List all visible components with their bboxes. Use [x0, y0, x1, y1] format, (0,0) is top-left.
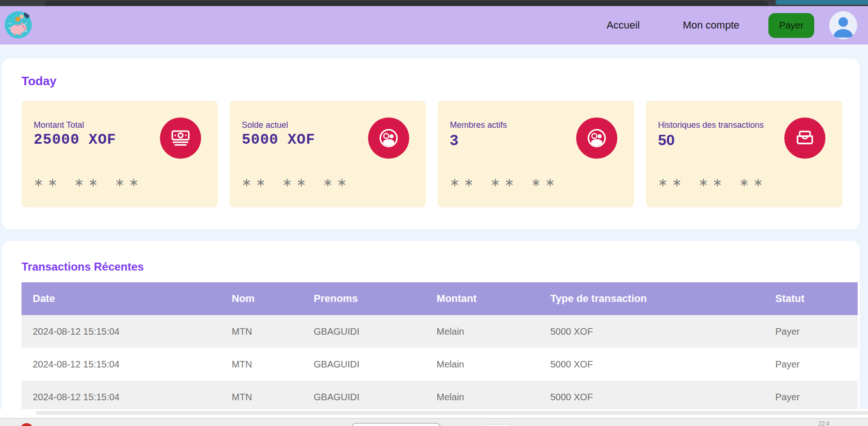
app-screen: Accueil Mon compte Payer Today Montant T…: [0, 0, 868, 426]
person-icon: [829, 11, 857, 39]
money-icon: [160, 118, 201, 159]
user-avatar[interactable]: [829, 11, 857, 39]
column-header-date: Date: [22, 282, 221, 315]
cell-montant: Melain: [426, 315, 539, 348]
nav-link-accueil[interactable]: Accueil: [607, 19, 640, 31]
taskbar-widget[interactable]: [485, 424, 510, 426]
column-header-statut: Statut: [764, 282, 858, 315]
browser-chrome-bar: [0, 0, 868, 6]
cell-date: 2024-08-12 15:15:04: [22, 381, 221, 413]
card-label: Historiques des transactions: [658, 120, 764, 130]
cell-montant: Melain: [426, 381, 539, 413]
transactions-heading: Transactions Récentes: [22, 260, 144, 273]
cell-type: 5000 XOF: [539, 381, 764, 413]
cell-prenoms: GBAGUIDI: [303, 381, 426, 413]
payer-button[interactable]: Payer: [768, 13, 814, 38]
today-heading: Today: [22, 74, 57, 88]
cell-montant: Melain: [426, 348, 539, 381]
cell-prenoms: GBAGUIDI: [303, 348, 426, 381]
browser-tab[interactable]: [44, 1, 768, 6]
cell-type: 5000 XOF: [539, 348, 764, 381]
column-header-type: Type de transaction: [539, 282, 764, 315]
card-value: 50: [658, 132, 675, 149]
card-label: Solde actuel: [242, 120, 288, 130]
masked-digits: ∗∗ ∗∗ ∗∗: [658, 176, 767, 189]
card-membres-actifs: Membres actifs 3 ∗∗ ∗∗ ∗∗: [438, 101, 634, 207]
column-header-prenoms: Prenoms: [303, 282, 426, 315]
cell-nom: MTN: [221, 315, 303, 348]
cell-date: 2024-08-12 15:15:04: [22, 348, 221, 381]
column-header-montant: Montant: [426, 282, 539, 315]
card-solde-actuel: Solde actuel 5000 XOF ∗∗ ∗∗ ∗∗: [230, 101, 426, 207]
card-value: 25000 XOF: [34, 132, 116, 148]
today-panel: Today Montant Total 25000 XOF ∗∗ ∗∗ ∗∗: [2, 59, 860, 229]
card-label: Membres actifs: [450, 120, 507, 130]
card-historiques-transactions: Historiques des transactions 50 ∗∗ ∗∗ ∗∗: [646, 101, 842, 207]
app-header: Accueil Mon compte Payer: [0, 6, 868, 44]
cell-nom: MTN: [221, 381, 303, 413]
transactions-table: Date Nom Prenoms Montant Type de transac…: [22, 282, 858, 413]
cell-statut: Payer: [764, 381, 858, 413]
column-header-nom: Nom: [221, 282, 303, 315]
table-header-row: Date Nom Prenoms Montant Type de transac…: [22, 282, 858, 315]
table-row: 2024-08-12 15:15:04 MTN GBAGUIDI Melain …: [22, 381, 858, 413]
cell-nom: MTN: [221, 348, 303, 381]
masked-digits: ∗∗ ∗∗ ∗∗: [34, 176, 143, 189]
taskbar-clock[interactable]: 22:4: [818, 420, 829, 426]
users-icon: [576, 118, 617, 159]
card-value: 3: [450, 132, 458, 149]
taskbar-app-icon[interactable]: [20, 423, 33, 426]
card-label: Montant Total: [34, 120, 84, 130]
stat-cards-row: Montant Total 25000 XOF ∗∗ ∗∗ ∗∗ Solde a…: [22, 101, 842, 207]
window-bottom-strip: [36, 411, 868, 415]
cell-type: 5000 XOF: [539, 315, 764, 348]
main-nav: Accueil Mon compte Payer: [607, 6, 857, 44]
cell-prenoms: GBAGUIDI: [303, 315, 426, 348]
users-icon: [368, 118, 409, 159]
cell-date: 2024-08-12 15:15:04: [22, 315, 221, 348]
taskbar: 22:4: [0, 418, 868, 426]
inbox-icon: [784, 118, 825, 159]
masked-digits: ∗∗ ∗∗ ∗∗: [242, 176, 351, 189]
nav-link-mon-compte[interactable]: Mon compte: [683, 19, 739, 31]
masked-digits: ∗∗ ∗∗ ∗∗: [450, 176, 559, 189]
taskbar-search-input[interactable]: [351, 423, 441, 426]
cell-statut: Payer: [764, 315, 858, 348]
cell-statut: Payer: [764, 348, 858, 381]
table-row: 2024-08-12 15:15:04 MTN GBAGUIDI Melain …: [22, 315, 858, 348]
card-montant-total: Montant Total 25000 XOF ∗∗ ∗∗ ∗∗: [22, 101, 218, 207]
table-row: 2024-08-12 15:15:04 MTN GBAGUIDI Melain …: [22, 348, 858, 381]
transactions-panel: Transactions Récentes Date Nom Prenoms M…: [2, 241, 860, 426]
browser-chrome-accent: [775, 0, 868, 5]
piggy-bank-logo-icon[interactable]: [4, 10, 33, 39]
window-bottom-edge: [0, 409, 868, 418]
card-value: 5000 XOF: [242, 132, 315, 148]
